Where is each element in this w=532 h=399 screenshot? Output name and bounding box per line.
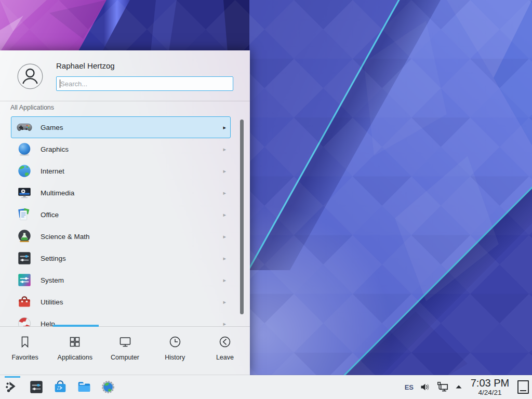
clock-icon (168, 335, 182, 349)
category-list: Games ▸ Graphics ▸ (0, 116, 250, 326)
wired-network-icon[interactable] (436, 381, 449, 393)
tab-label: Applications (58, 354, 92, 361)
category-multimedia[interactable]: Multimedia ▸ (11, 182, 231, 204)
active-tab-underline (53, 325, 99, 327)
submenu-arrow-icon: ▸ (223, 299, 226, 305)
category-system[interactable]: System ▸ (11, 269, 231, 291)
submenu-arrow-icon: ▸ (223, 146, 226, 153)
clock-date: 4/24/21 (469, 389, 511, 396)
category-label: Settings (41, 255, 66, 262)
section-header: All Applications (10, 104, 54, 111)
clock-time: 7:03 PM (469, 378, 511, 388)
kde-launcher-icon (5, 379, 20, 395)
user-avatar[interactable] (17, 63, 43, 89)
gamepad-icon (17, 119, 32, 135)
system-settings-icon (29, 379, 44, 395)
sliders-icon (17, 250, 32, 266)
submenu-arrow-icon: ▸ (223, 321, 226, 327)
category-label: System (41, 276, 64, 284)
discover-button[interactable] (52, 379, 68, 395)
category-utilities[interactable]: Utilities ▸ (11, 291, 231, 313)
category-label: Games (41, 124, 63, 131)
category-internet[interactable]: Internet ▸ (11, 160, 231, 182)
category-help[interactable]: Help ▸ (11, 313, 231, 326)
app-grid-icon (68, 335, 82, 349)
submenu-arrow-icon: ▸ (223, 124, 226, 131)
volume-icon[interactable] (420, 382, 430, 392)
system-sliders-icon (17, 272, 32, 288)
desktop: Raphael Hertzog All Applications (0, 0, 532, 399)
file-manager-button[interactable] (76, 379, 92, 395)
web-browser-button[interactable] (100, 379, 116, 395)
category-label: Multimedia (41, 189, 74, 197)
paint-sphere-icon (17, 141, 32, 157)
submenu-arrow-icon: ▸ (223, 277, 226, 284)
submenu-arrow-icon: ▸ (223, 233, 226, 240)
list-scrollbar[interactable] (240, 119, 244, 314)
tab-label: Favorites (11, 354, 38, 361)
submenu-arrow-icon: ▸ (223, 211, 226, 218)
category-settings[interactable]: Settings ▸ (11, 247, 231, 269)
submenu-arrow-icon: ▸ (223, 190, 226, 196)
taskbar: ES (0, 375, 532, 399)
system-settings-button[interactable] (29, 379, 44, 395)
person-icon (17, 63, 43, 89)
tab-favorites[interactable]: Favorites (0, 327, 50, 375)
category-science-math[interactable]: Science & Math ▸ (11, 225, 231, 247)
flask-icon (17, 229, 32, 244)
globe-icon (17, 163, 32, 179)
tab-computer[interactable]: Computer (100, 327, 150, 375)
submenu-arrow-icon: ▸ (223, 255, 226, 262)
system-tray: ES (405, 378, 532, 396)
header-divider (0, 101, 250, 101)
tab-applications[interactable]: Applications (50, 327, 100, 375)
globe-gear-icon (100, 379, 116, 395)
monitor-icon (118, 335, 132, 349)
tab-label: Computer (111, 354, 139, 361)
application-launcher-button[interactable] (5, 379, 20, 395)
category-label: Office (41, 211, 59, 219)
category-label: Science & Math (41, 233, 90, 241)
user-name: Raphael Hertzog (56, 61, 115, 70)
show-desktop-button[interactable] (517, 380, 529, 394)
discover-bag-icon (52, 379, 68, 395)
application-launcher-popup: Raphael Hertzog All Applications (0, 50, 250, 375)
bookmark-icon (18, 335, 32, 349)
documents-icon (17, 207, 32, 222)
tab-history[interactable]: History (150, 327, 200, 375)
search-input[interactable] (56, 76, 233, 91)
expand-tray-icon[interactable] (455, 383, 462, 391)
tab-label: Leave (216, 354, 234, 361)
tab-leave[interactable]: Leave (200, 327, 250, 375)
category-label: Internet (41, 167, 64, 175)
toolbox-icon (17, 294, 32, 310)
digital-clock[interactable]: 7:03 PM 4/24/21 (469, 378, 511, 396)
category-office[interactable]: Office ▸ (11, 204, 231, 225)
media-screen-icon (17, 185, 32, 201)
active-task-indicator (5, 376, 20, 378)
submenu-arrow-icon: ▸ (223, 168, 226, 175)
category-label: Graphics (41, 145, 69, 153)
pinned-apps (5, 379, 116, 395)
category-label: Utilities (41, 298, 63, 306)
folder-icon (76, 379, 92, 395)
category-games[interactable]: Games ▸ (11, 116, 231, 138)
keyboard-layout-indicator[interactable]: ES (405, 383, 414, 391)
search-field-wrap (56, 76, 233, 91)
text-caret (60, 79, 60, 88)
leave-icon (218, 335, 232, 349)
lifebuoy-icon (17, 316, 32, 326)
launcher-tabbar: Favorites Applications C (0, 326, 250, 375)
tab-label: History (165, 354, 185, 361)
category-graphics[interactable]: Graphics ▸ (11, 138, 231, 160)
